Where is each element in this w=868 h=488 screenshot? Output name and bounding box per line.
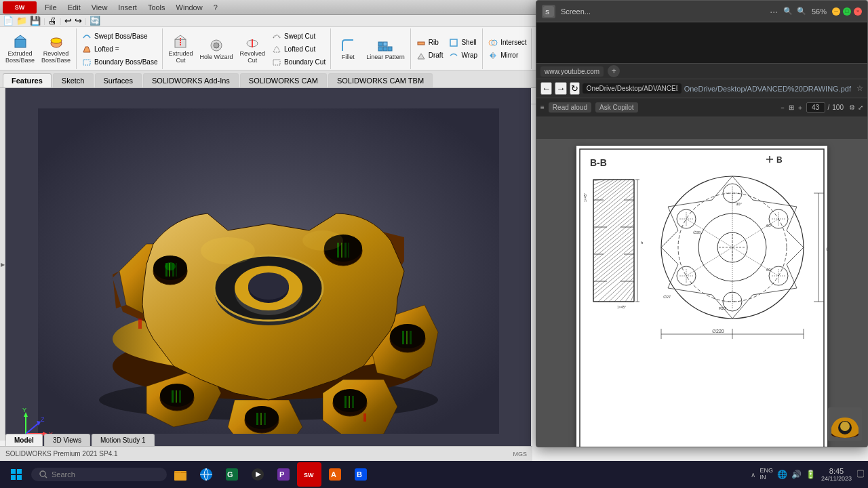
pdf-maximize-button[interactable]: □ <box>843 7 851 16</box>
orange-icon[interactable]: A <box>323 462 347 487</box>
print-icon[interactable]: 🖨 <box>48 16 57 26</box>
tab-model[interactable]: Model <box>5 434 43 446</box>
svg-line-98 <box>26 424 38 434</box>
menu-edit[interactable]: Edit <box>65 3 83 12</box>
media-icon[interactable] <box>245 462 270 487</box>
svg-text:P: P <box>279 470 284 479</box>
shell-item[interactable]: Shell <box>446 37 479 49</box>
draft-item[interactable]: Draft <box>414 49 446 62</box>
menu-window[interactable]: Window <box>174 3 205 12</box>
page-number-input[interactable] <box>806 102 825 113</box>
new-tab-button[interactable]: + <box>608 65 620 77</box>
intersect-item[interactable]: Intersect <box>486 37 528 49</box>
open-icon[interactable]: 📁 <box>16 16 27 26</box>
expand-icon[interactable]: ⤢ <box>858 104 863 111</box>
svg-marker-1 <box>15 35 26 39</box>
redo-toolbar-icon[interactable]: ↪ <box>75 16 82 26</box>
youtube-tab[interactable]: www.youtube.com <box>540 66 604 77</box>
rebuild-icon[interactable]: 🔄 <box>90 16 100 26</box>
refresh-button[interactable]: ↻ <box>570 82 580 95</box>
tab-cam[interactable]: SOLIDWORKS CAM <box>240 73 327 87</box>
file-explorer-icon[interactable] <box>168 462 193 487</box>
read-aloud-button[interactable]: Read aloud <box>549 102 591 113</box>
svg-rect-64 <box>406 331 408 344</box>
tab-features[interactable]: Features <box>3 73 52 87</box>
boundary-cut-item[interactable]: Boundary Cut <box>269 56 328 68</box>
svg-rect-220 <box>17 475 22 480</box>
ask-copilot-button[interactable]: Ask Copilot <box>595 102 638 113</box>
extruded-boss-button[interactable]: ExtrudedBoss/Base <box>3 33 37 65</box>
linear-pattern-button[interactable]: Linear Pattern <box>363 36 408 62</box>
pdf-viewer-window: www.youtube.com + ← → ↻ OneDrive/Desktop… <box>536 0 868 447</box>
taskbar-search[interactable]: Search <box>31 468 167 481</box>
tab-sketch[interactable]: Sketch <box>53 73 94 87</box>
svg-rect-238 <box>857 470 864 477</box>
view-mode-icon[interactable]: ⊞ <box>789 104 794 111</box>
3d-view-area[interactable]: X Y Z *Isometric <box>5 88 531 454</box>
mirror-item[interactable]: Mirror <box>486 49 528 62</box>
menu-tools[interactable]: Tools <box>145 3 168 12</box>
hole-wizard-button[interactable]: Hole Wizard <box>197 36 235 62</box>
svg-rect-69 <box>349 396 350 408</box>
rib-item[interactable]: Rib <box>414 37 446 49</box>
revolved-boss-button[interactable]: RevolvedBoss/Base <box>39 33 73 65</box>
blue-app-icon[interactable]: B <box>349 462 373 487</box>
tab-motion-study[interactable]: Motion Study 1 <box>92 434 155 446</box>
pdf-close-button[interactable]: × <box>854 7 862 16</box>
purple-icon[interactable]: P <box>271 462 296 487</box>
swept-boss-item[interactable]: Swept Boss/Base <box>79 30 159 42</box>
undo-toolbar-icon[interactable]: ↩ <box>64 16 72 26</box>
new-icon[interactable]: 📄 <box>3 16 14 26</box>
boundary-boss-item[interactable]: Boundary Boss/Base <box>79 56 159 68</box>
menu-view[interactable]: View <box>89 3 111 12</box>
fillet-button[interactable]: Fillet <box>334 36 362 62</box>
url-bar[interactable] <box>583 83 682 94</box>
solidworks-taskbar-icon[interactable]: SW <box>297 462 321 487</box>
pdf-zoom-in[interactable]: 🔍 <box>797 7 806 16</box>
up-arrow-icon[interactable]: ∧ <box>751 471 755 479</box>
svg-text:Z: Z <box>41 416 45 423</box>
menu-file[interactable]: File <box>42 3 60 12</box>
taskbar-clock[interactable]: 8:45 24/11/2023 <box>821 467 852 482</box>
tab-surfaces[interactable]: Surfaces <box>95 73 142 87</box>
extruded-cut-button[interactable]: ExtrudedCut <box>165 33 195 65</box>
green-icon[interactable]: G <box>220 462 244 487</box>
svg-rect-16 <box>378 42 382 46</box>
battery-icon[interactable]: 🔋 <box>806 470 816 479</box>
pdf-sidebar-icon[interactable]: ≡ <box>540 104 545 111</box>
lofted-cut-item[interactable]: Lofted Cut <box>269 43 328 55</box>
bottom-tabs: Model 3D Views Motion Study 1 <box>5 434 155 446</box>
forward-button[interactable]: → <box>555 82 566 95</box>
sw-logo-icon: SW <box>3 1 37 14</box>
pdf-zoom-value: 56% <box>812 7 827 16</box>
pdf-minimize-button[interactable]: ─ <box>832 7 840 16</box>
wrap-item[interactable]: Wrap <box>446 49 479 62</box>
back-button[interactable]: ← <box>540 82 552 95</box>
volume-icon[interactable]: 🔊 <box>791 470 802 479</box>
save-toolbar-icon[interactable]: 💾 <box>30 16 41 26</box>
more-options-icon[interactable]: ··· <box>770 6 778 17</box>
time-display: 8:45 <box>821 467 852 475</box>
tab-addins[interactable]: SOLIDWORKS Add-Ins <box>143 73 239 87</box>
menu-insert[interactable]: Insert <box>115 3 140 12</box>
zoom-out-btn[interactable]: － <box>779 103 786 113</box>
network-icon[interactable]: 🌐 <box>777 470 787 479</box>
pdf-zoom-out[interactable]: 🔍 <box>783 7 793 16</box>
bookmark-icon[interactable]: ☆ <box>856 84 863 93</box>
browser-icon[interactable] <box>194 462 218 487</box>
notification-area[interactable] <box>857 467 865 482</box>
revolved-cut-button[interactable]: RevolvedCut <box>237 33 269 65</box>
svg-text:1×45°: 1×45° <box>583 193 587 202</box>
svg-marker-24 <box>490 53 492 58</box>
start-button[interactable] <box>3 461 30 488</box>
zoom-in-btn[interactable]: ＋ <box>797 103 804 113</box>
left-panel-toggle[interactable]: ▶ <box>0 88 5 441</box>
lofted-boss-item[interactable]: Lofted = <box>79 43 159 55</box>
swept-cut-item[interactable]: Swept Cut <box>269 30 328 42</box>
menu-help[interactable]: ? <box>211 3 220 12</box>
svg-rect-15 <box>388 47 392 51</box>
settings-icon[interactable]: ⚙ <box>849 104 855 111</box>
tab-3d-views[interactable]: 3D Views <box>44 434 90 446</box>
pdf-content-area[interactable]: B-B <box>536 139 867 447</box>
tab-cam-tbm[interactable]: SOLIDWORKS CAM TBM <box>328 73 433 87</box>
